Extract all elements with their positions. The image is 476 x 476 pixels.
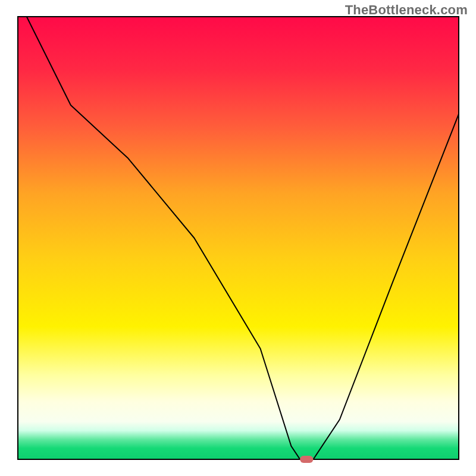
plot-background: [18, 17, 459, 459]
optimum-marker: [300, 456, 313, 463]
watermark-text: TheBottleneck.com: [345, 2, 468, 18]
bottleneck-chart: [0, 0, 476, 476]
